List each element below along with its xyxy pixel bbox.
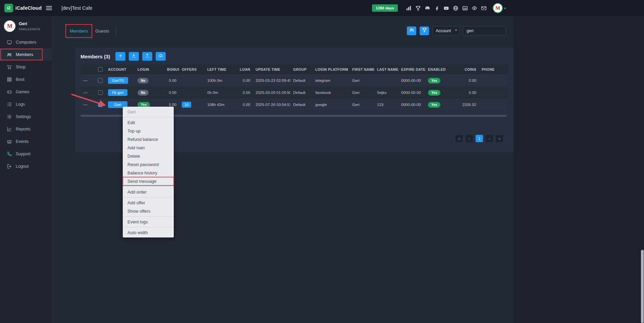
import-button[interactable] bbox=[129, 52, 139, 61]
menu-item-event-logs[interactable]: Event logs bbox=[123, 218, 174, 226]
sidebar-item-shop[interactable]: Shop bbox=[0, 61, 52, 73]
members-filter-button[interactable] bbox=[407, 26, 416, 35]
export-button[interactable] bbox=[142, 52, 152, 61]
app-logo-icon[interactable]: i2 bbox=[4, 4, 13, 12]
menu-item-delete[interactable]: Delete bbox=[123, 152, 174, 160]
gamepad-icon bbox=[7, 89, 12, 95]
app-logo-text[interactable]: iCafeCloud bbox=[15, 5, 42, 11]
cloud-icon bbox=[158, 53, 163, 59]
members-icon bbox=[7, 52, 12, 57]
account-badge[interactable]: GeriTG bbox=[108, 77, 128, 84]
nvidia-icon[interactable] bbox=[472, 5, 477, 11]
menu-toggle-button[interactable] bbox=[46, 6, 52, 10]
table-cell: 0.00 bbox=[455, 74, 479, 87]
menu-item-top-up[interactable]: Top up bbox=[123, 127, 174, 135]
sidebar-item-events[interactable]: Events bbox=[0, 135, 52, 148]
sidebar-item-label: Games bbox=[16, 90, 29, 94]
search-input[interactable] bbox=[463, 26, 506, 35]
chart-icon[interactable] bbox=[406, 5, 412, 11]
pagination-page-1[interactable]: 1 bbox=[476, 135, 483, 142]
menu-item-add-offer[interactable]: Add offer bbox=[123, 199, 174, 207]
table-cell: 0000-00-00 bbox=[398, 87, 425, 99]
sidebar-item-boot[interactable]: Boot bbox=[0, 73, 52, 86]
monitor-icon bbox=[7, 40, 12, 45]
row-actions-button[interactable]: ••• bbox=[83, 103, 88, 107]
sidebar-item-support[interactable]: Support bbox=[0, 148, 52, 160]
table-cell: Default bbox=[290, 99, 313, 111]
menu-item-reset-password[interactable]: Reset password bbox=[123, 160, 174, 169]
mail-icon[interactable] bbox=[481, 5, 487, 11]
table-cell: 108h 42m bbox=[205, 99, 236, 111]
search-category-select[interactable]: Account bbox=[432, 26, 460, 35]
user-avatar[interactable]: M bbox=[493, 3, 503, 13]
sidebar-profile[interactable]: M Geri 008612345678 bbox=[0, 16, 52, 35]
account-badge[interactable]: Fb geri bbox=[108, 89, 127, 96]
select-all-checkbox[interactable] bbox=[98, 67, 103, 72]
sidebar-item-label: Members bbox=[16, 52, 33, 57]
add-member-button[interactable] bbox=[115, 52, 125, 61]
tab-guests[interactable]: Guests bbox=[92, 25, 113, 37]
menu-item-send-message[interactable]: Send message bbox=[123, 177, 174, 185]
sidebar-item-settings[interactable]: Settings bbox=[0, 110, 52, 123]
column-header-account: ACCOUNT bbox=[105, 64, 135, 74]
subscription-days-badge[interactable]: 1280 days bbox=[372, 4, 398, 12]
table-cell bbox=[95, 87, 105, 99]
youtube-icon[interactable] bbox=[443, 5, 449, 11]
row-checkbox[interactable] bbox=[98, 78, 103, 83]
menu-item-add-loan[interactable]: Add loan bbox=[123, 144, 174, 152]
offers-filter-button[interactable] bbox=[420, 26, 429, 35]
cloud-sync-button[interactable] bbox=[156, 52, 166, 61]
sidebar-item-games[interactable]: Games bbox=[0, 86, 52, 98]
table-cell: 0.00 bbox=[164, 87, 179, 99]
table-cell bbox=[479, 74, 508, 87]
table-cell: 0.00 bbox=[236, 74, 253, 87]
discord-icon[interactable] bbox=[425, 5, 430, 11]
sidebar-item-computers[interactable]: Computers bbox=[0, 36, 52, 48]
table-cell: ••• bbox=[80, 87, 95, 99]
facebook-icon[interactable] bbox=[434, 5, 440, 11]
menu-item-add-order[interactable]: Add order bbox=[123, 188, 174, 196]
logout-icon bbox=[7, 164, 12, 169]
sidebar-item-reports[interactable]: Reports bbox=[0, 123, 52, 135]
trophy-icon[interactable] bbox=[415, 5, 421, 11]
table-cell: 2025-07-26 03:04:53 bbox=[253, 99, 290, 111]
pagination-next[interactable]: › bbox=[486, 135, 493, 142]
tab-members[interactable]: Members bbox=[66, 25, 92, 37]
column-header-left-time: LEFT TIME bbox=[205, 64, 236, 74]
subtitles-icon[interactable] bbox=[462, 5, 468, 11]
table-cell: 2025-03-09 01:00:50 bbox=[253, 87, 290, 99]
sidebar-item-label: Events bbox=[16, 139, 29, 144]
column-header-update-time: UPDATE TIME bbox=[253, 64, 290, 74]
menu-item-auto-width[interactable]: Auto width bbox=[123, 228, 174, 237]
column-header-login-platform: LOGIN PLATFORM bbox=[313, 64, 350, 74]
globe-icon[interactable] bbox=[453, 5, 459, 11]
pagination-first[interactable]: « bbox=[455, 135, 463, 142]
chevron-down-icon[interactable]: ▾ bbox=[504, 6, 506, 10]
vertical-scrollbar-thumb[interactable] bbox=[641, 250, 644, 323]
sidebar-item-label: Settings bbox=[16, 114, 31, 119]
menu-item-balance-history[interactable]: Balance history bbox=[123, 169, 174, 177]
column-header-phone: PHONE bbox=[479, 64, 508, 74]
sidebar-item-members[interactable]: Members bbox=[0, 48, 52, 61]
table-cell: 10 bbox=[179, 99, 205, 111]
pagination-last[interactable]: » bbox=[496, 135, 503, 142]
row-checkbox[interactable] bbox=[98, 90, 103, 95]
sidebar-item-logout[interactable]: Logout bbox=[0, 160, 52, 172]
table-cell bbox=[95, 99, 105, 111]
column-header-expire-date: EXPIRE DATE bbox=[398, 64, 425, 74]
menu-item-show-offers[interactable]: Show offers bbox=[123, 207, 174, 215]
row-checkbox[interactable] bbox=[98, 102, 103, 107]
profile-phone: 008612345678 bbox=[19, 27, 40, 31]
menu-item-refund-balance[interactable]: Refund balance bbox=[123, 135, 174, 144]
topbar-right: 1280 days M ▾ bbox=[372, 0, 506, 16]
sidebar-item-label: Support bbox=[16, 152, 31, 156]
table-cell: 0h 0m bbox=[205, 87, 236, 99]
row-actions-button[interactable]: ••• bbox=[83, 79, 88, 83]
profile-name: Geri bbox=[19, 21, 40, 26]
row-actions-button[interactable]: ••• bbox=[83, 91, 88, 95]
menu-item-edit[interactable]: Edit bbox=[123, 118, 174, 127]
topbar-left: i2 iCafeCloud bbox=[0, 4, 52, 12]
sidebar-item-logs[interactable]: Logs bbox=[0, 98, 52, 110]
column-header-first-name: FIRST NAME bbox=[350, 64, 374, 74]
pagination-prev[interactable]: ‹ bbox=[466, 135, 473, 142]
